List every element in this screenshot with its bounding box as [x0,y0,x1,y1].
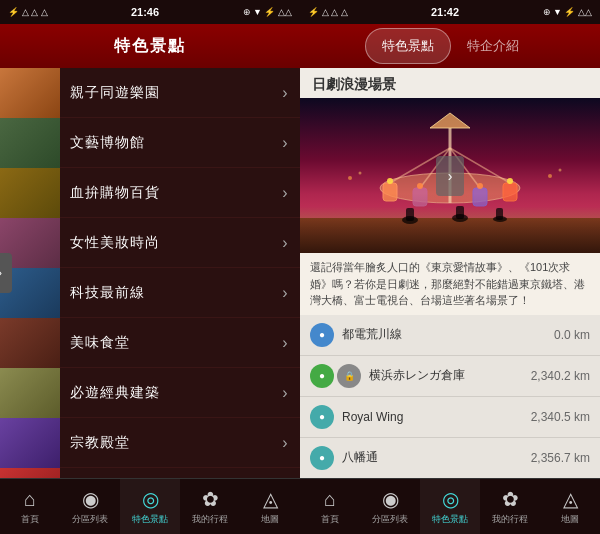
right-nav-map[interactable]: ◬ 地圖 [540,479,600,534]
arrow-1: › [270,84,300,102]
nearby-dist-4: 2,356.7 km [531,451,590,465]
status-icons-right: ⚡ △ △ △ [308,7,348,17]
list-item-9[interactable]: 吉祥物主題小店 › [0,468,300,478]
status-icons-right2: ⊕ ▼ ⚡ △△ [543,7,592,17]
list-label-2: 文藝博物館 [60,134,270,152]
svg-point-14 [507,178,513,184]
right-nav-icon-feature: ◎ [442,487,459,511]
bottom-nav-left: ⌂ 首頁 ◉ 分區列表 ◎ 特色景點 ✿ 我的行程 ◬ 地圖 [0,478,300,534]
nearby-item-4[interactable]: ● 八幡通 2,356.7 km [300,438,600,479]
nearby-icon-3: ● [310,405,334,429]
list-items-container: 親子同遊樂園 › 文藝博物館 › 血拚購物百貨 › 女性美妝時尚 › 科技最前線… [0,68,300,478]
arrow-2: › [270,134,300,152]
right-nav-label-list: 分區列表 [372,513,408,526]
nearby-dist-3: 2,340.5 km [531,410,590,424]
svg-point-13 [387,178,393,184]
thumb-7 [0,368,60,418]
nearby-icons-group-2: ● 🔒 [310,364,361,388]
right-nav-itinerary[interactable]: ✿ 我的行程 [480,479,540,534]
left-nav-home[interactable]: ⌂ 首頁 [0,479,60,534]
list-item-5[interactable]: 科技最前線 › [0,268,300,318]
thumb-3 [0,168,60,218]
nearby-dist-1: 0.0 km [554,328,590,342]
nearby-name-2: 横浜赤レンガ倉庫 [369,367,523,384]
arrow-8: › [270,434,300,452]
left-nav-icon-home: ⌂ [24,488,36,511]
time-right: 21:42 [431,6,459,18]
right-nav-icon-home: ⌂ [324,488,336,511]
right-nav-label-map: 地圖 [561,513,579,526]
list-label-3: 血拚購物百貨 [60,184,270,202]
feature-image: › [300,98,600,253]
right-nav-label-itinerary: 我的行程 [492,513,528,526]
thumb-9 [0,468,60,479]
next-arrow[interactable]: › [436,156,464,196]
svg-point-26 [559,169,562,172]
left-nav-icon-itinerary: ✿ [202,487,219,511]
thumb-placeholder-6 [0,318,60,368]
nearby-item-1[interactable]: ● 都電荒川線 0.0 km [300,315,600,356]
nearby-dist-2: 2,340.2 km [531,369,590,383]
thumb-placeholder-2 [0,118,60,168]
nearby-main-icon-2: ● [310,364,334,388]
image-overlay [300,193,600,253]
list-label-7: 必遊經典建築 [60,384,270,402]
thumb-placeholder-3 [0,168,60,218]
status-bar-right: ⚡ △ △ △ 21:42 ⊕ ▼ ⚡ △△ [300,0,600,24]
list-item-3[interactable]: 血拚購物百貨 › [0,168,300,218]
right-nav-icon-map: ◬ [563,487,578,511]
nearby-icon-1: ● [310,323,334,347]
thumb-6 [0,318,60,368]
list-item-6[interactable]: 美味食堂 › [0,318,300,368]
list-item-7[interactable]: 必遊經典建築 › [0,368,300,418]
status-icons-right-left: ⊕ ▼ ⚡ △△ [243,7,292,17]
left-nav-feature[interactable]: ◎ 特色景點 [120,479,180,534]
left-nav-list[interactable]: ◉ 分區列表 [60,479,120,534]
right-nav-icon-list: ◉ [382,487,399,511]
left-edge-chevron[interactable]: › [0,253,12,293]
left-nav-map[interactable]: ◬ 地圖 [240,479,300,534]
thumb-placeholder-8 [0,418,60,468]
right-nav-icon-itinerary: ✿ [502,487,519,511]
list-item-1[interactable]: 親子同遊樂園 › [0,68,300,118]
arrow-4: › [270,234,300,252]
nearby-list: ● 都電荒川線 0.0 km ● 🔒 横浜赤レンガ倉庫 2,340.2 km ●… [300,315,600,479]
arrow-5: › [270,284,300,302]
right-nav-list[interactable]: ◉ 分區列表 [360,479,420,534]
list-item-4[interactable]: 女性美妝時尚 › [0,218,300,268]
left-nav-label-home: 首頁 [21,513,39,526]
arrow-3: › [270,184,300,202]
list-label-5: 科技最前線 [60,284,270,302]
nearby-item-2[interactable]: ● 🔒 横浜赤レンガ倉庫 2,340.2 km [300,356,600,397]
list-label-8: 宗教殿堂 [60,434,270,452]
left-header: 特色景點 [0,24,300,68]
arrow-6: › [270,334,300,352]
right-nav-label-feature: 特色景點 [432,513,468,526]
nearby-name-4: 八幡通 [342,449,523,466]
thumb-1 [0,68,60,118]
arrow-7: › [270,384,300,402]
right-nav-home[interactable]: ⌂ 首頁 [300,479,360,534]
nearby-name-3: Royal Wing [342,410,523,424]
tab-feature[interactable]: 特色景點 [365,28,451,64]
status-bar-left: ⚡ △ △ △ 21:46 ⊕ ▼ ⚡ △△ [0,0,300,24]
thumb-placeholder-9 [0,468,60,479]
nearby-icon-4: ● [310,446,334,470]
nearby-items-container: ● 都電荒川線 0.0 km ● 🔒 横浜赤レンガ倉庫 2,340.2 km ●… [300,315,600,479]
left-nav-icon-feature: ◎ [142,487,159,511]
time-left: 21:46 [131,6,159,18]
left-nav-icon-list: ◉ [82,487,99,511]
left-nav-label-map: 地圖 [261,513,279,526]
nearby-item-3[interactable]: ● Royal Wing 2,340.5 km [300,397,600,438]
left-nav-itinerary[interactable]: ✿ 我的行程 [180,479,240,534]
thumb-placeholder-1 [0,68,60,118]
right-content-area: 日劇浪漫場景 [300,68,600,478]
thumb-2 [0,118,60,168]
svg-point-25 [548,174,552,178]
tab-intro[interactable]: 特企介紹 [451,29,535,63]
right-nav-feature[interactable]: ◎ 特色景點 [420,479,480,534]
list-item-2[interactable]: 文藝博物館 › [0,118,300,168]
right-header: 特色景點 特企介紹 [300,24,600,68]
list-item-8[interactable]: 宗教殿堂 › [0,418,300,468]
list-label-1: 親子同遊樂園 [60,84,270,102]
